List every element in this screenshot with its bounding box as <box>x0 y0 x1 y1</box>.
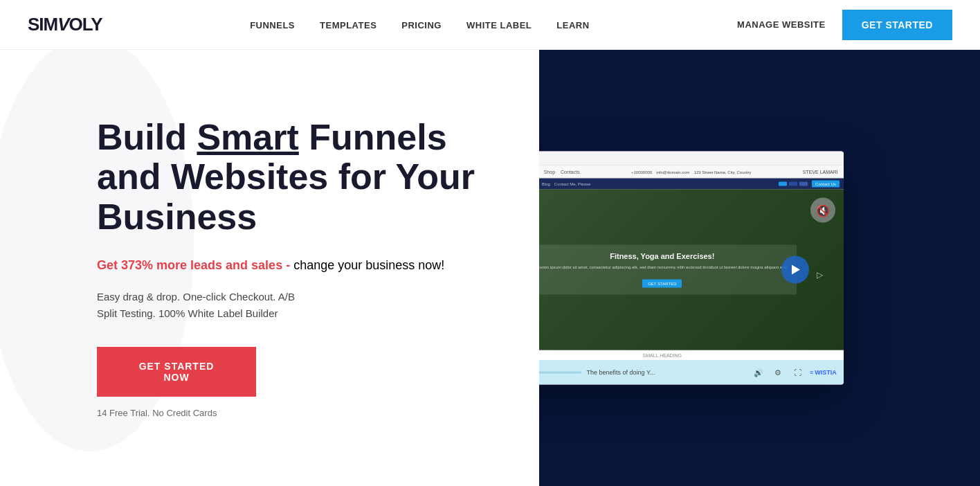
contact-btn: Contact Us <box>812 181 840 188</box>
get-started-nav-button[interactable]: GET STARTED <box>842 10 952 40</box>
hero-title: Build Smart Funnelsand Websites for Your… <box>97 118 498 237</box>
logo: SIMVOLY <box>28 14 102 35</box>
ctrl-caption: The benefits of doing Y... <box>587 369 746 376</box>
overlay-title: Fitness, Yoga and Exercises! <box>539 251 788 260</box>
mockup-phone: +10000000 <box>631 170 652 174</box>
hero-right: SIMVOLY | Builder Shop Contacts +1000000… <box>539 50 980 486</box>
video-mockup: SIMVOLY | Builder Shop Contacts +1000000… <box>539 152 844 385</box>
overlay-card: Fitness, Yoga and Exercises! Lorem ipsum… <box>539 244 797 294</box>
mockup-hero-area: Fitness, Yoga and Exercises! Lorem ipsum… <box>539 190 844 350</box>
menu-blog: Blog <box>542 182 550 186</box>
nav-pricing[interactable]: PRICING <box>401 20 442 30</box>
mockup-person-name: STEVE LAMARI <box>803 170 838 174</box>
mockup-contacts-tab: Contacts <box>561 170 580 174</box>
volume-icon[interactable]: 🔊 <box>752 366 765 379</box>
subtitle-rest: change your business now! <box>293 258 444 272</box>
title-part1: Build <box>97 117 197 157</box>
ctrl-progress-bar[interactable] <box>539 371 581 373</box>
ctrl-icons: 🔊 ⚙ ⛶ ≡ WISTIA <box>752 366 837 379</box>
nav-right: MANAGE WEBSITE GET STARTED <box>737 10 952 40</box>
nav-funnels[interactable]: FUNNELS <box>250 20 295 30</box>
play-button[interactable] <box>781 256 809 284</box>
mockup-shop-tab: Shop <box>544 170 555 174</box>
fullscreen-icon[interactable]: ⛶ <box>790 366 804 379</box>
mockup-cta: GET STARTED <box>642 280 682 288</box>
overlay-text: Lorem ipsum dolor sit amet, consectetur … <box>539 264 788 269</box>
hero-subtitle: Get 373% more leads and sales - change y… <box>97 256 498 275</box>
website-nav-bar: Home About Me Courses Blog Contact Me, P… <box>539 179 844 190</box>
title-smart: Smart <box>197 117 298 157</box>
nav-links: FUNNELS TEMPLATES PRICING WHITE LABEL LE… <box>250 19 589 31</box>
video-controls: 0:00 The benefits of doing Y... 🔊 ⚙ ⛶ ≡ … <box>539 360 844 385</box>
browser-bar <box>539 152 844 166</box>
nav-white-label[interactable]: WHITE LABEL <box>466 20 532 30</box>
nav-learn[interactable]: LEARN <box>556 20 589 30</box>
mockup-main: SIMVOLY | Builder Shop Contacts +1000000… <box>539 166 844 360</box>
small-heading-label: SMALL HEADING <box>539 350 844 360</box>
navigation: SIMVOLY FUNNELS TEMPLATES PRICING WHITE … <box>0 0 980 50</box>
trial-text: 14 Free Trial. No Credit Cards <box>97 408 498 418</box>
wistia-badge: ≡ WISTIA <box>810 369 837 376</box>
mockup-address: 123 Street Name, City, Country <box>694 170 752 174</box>
mockup-inner: SIMVOLY | Builder Shop Contacts +1000000… <box>539 166 844 360</box>
nav-templates[interactable]: TEMPLATES <box>320 20 376 30</box>
main-container: Build Smart Funnelsand Websites for Your… <box>0 50 980 486</box>
subtitle-highlight: Get 373% more leads and sales - <box>97 258 290 272</box>
settings-icon[interactable]: ⚙ <box>771 366 785 379</box>
hero-content: Build Smart Funnelsand Websites for Your… <box>97 118 498 418</box>
manage-website-link[interactable]: MANAGE WEBSITE <box>737 19 826 30</box>
cursor-indicator: ▷ <box>817 270 823 280</box>
menu-contact: Contact Me, Please <box>554 182 590 186</box>
mockup-email: info@domain.com <box>656 170 689 174</box>
hero-features: Easy drag & drop. One-click Checkout. A/… <box>97 289 498 322</box>
sound-icon[interactable]: 🔇 <box>810 198 835 223</box>
mockup-topbar: SIMVOLY | Builder Shop Contacts +1000000… <box>539 166 844 179</box>
play-triangle-icon <box>792 265 800 275</box>
hero-left: Build Smart Funnelsand Websites for Your… <box>0 50 539 486</box>
get-started-hero-button[interactable]: GET STARTED NOW <box>97 347 256 397</box>
